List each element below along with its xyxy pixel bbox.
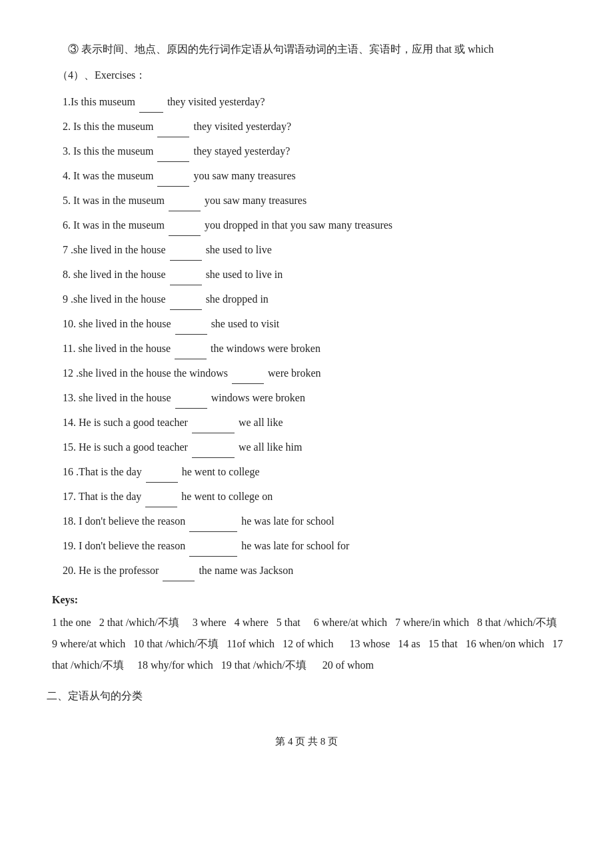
ex17-suffix: he went to college on <box>181 491 273 502</box>
ex1-suffix: they visited yesterday? <box>167 96 265 107</box>
ex1-prefix: 1.Is this museum <box>63 96 135 107</box>
ex19-prefix: 19. I don't believe the reason <box>63 540 185 551</box>
ex8-blank <box>170 263 202 285</box>
ex2-blank <box>157 115 189 137</box>
ex3-suffix: they stayed yesterday? <box>193 145 290 157</box>
exercise-item-15: 15. He is such a good teacher we all lik… <box>63 436 566 458</box>
keys-label: Keys: <box>52 591 566 610</box>
ex11-blank <box>175 337 207 359</box>
ex3-prefix: 3. Is this the museum <box>63 145 153 157</box>
exercise-item-18: 18. I don't believe the reason he was la… <box>63 510 566 532</box>
ex12-suffix: were broken <box>268 367 321 379</box>
ex12-blank <box>232 362 264 384</box>
ex9-prefix: 9 .she lived in the house <box>63 293 166 305</box>
ex8-suffix: she used to live in <box>206 269 283 280</box>
ex15-blank <box>192 436 235 458</box>
exercise-item-17: 17. That is the day he went to college o… <box>63 485 566 507</box>
exercises-section: （4）、Exercises： 1.Is this museum they vis… <box>47 66 566 581</box>
ex18-suffix: he was late for school <box>241 515 334 527</box>
ex14-prefix: 14. He is such a good teacher <box>63 417 188 428</box>
exercise-item-5: 5. It was in the museum you saw many tre… <box>63 189 566 211</box>
keys-line1: 1 the one 2 that /which/不填 3 where 4 whe… <box>52 612 566 676</box>
ex20-suffix: the name was Jackson <box>199 565 293 576</box>
ex19-blank <box>189 535 237 557</box>
ex13-blank <box>175 387 207 409</box>
ex13-prefix: 13. she lived in the house <box>63 392 171 403</box>
ex6-blank <box>169 214 201 236</box>
ex13-suffix: windows were broken <box>211 392 305 403</box>
exercise-item-2: 2. Is this the museum they visited yeste… <box>63 115 566 137</box>
ex16-prefix: 16 .That is the day <box>63 466 142 477</box>
ex19-suffix: he was late for school for <box>241 540 349 551</box>
exercises-title: （4）、Exercises： <box>57 66 566 85</box>
footer: 第 4 页 共 8 页 <box>47 733 566 751</box>
exercise-item-9: 9 .she lived in the house she dropped in <box>63 288 566 310</box>
exercise-item-12: 12 .she lived in the house the windows w… <box>63 362 566 384</box>
ex14-suffix: we all like <box>239 417 283 428</box>
ex10-prefix: 10. she lived in the house <box>63 318 171 329</box>
ex9-suffix: she dropped in <box>206 293 269 305</box>
ex10-blank <box>175 313 207 335</box>
ex18-blank <box>189 510 237 532</box>
exercise-item-19: 19. I don't believe the reason he was la… <box>63 535 566 557</box>
ex9-blank <box>170 288 202 310</box>
ex10-suffix: she used to visit <box>211 318 280 329</box>
ex12-prefix: 12 .she lived in the house the windows <box>63 367 228 379</box>
ex4-blank <box>157 165 189 187</box>
exercise-item-4: 4. It was the museum you saw many treasu… <box>63 165 566 187</box>
ex17-prefix: 17. That is the day <box>63 491 141 502</box>
ex16-suffix: he went to college <box>182 466 260 477</box>
ex18-prefix: 18. I don't believe the reason <box>63 515 185 527</box>
section-intro: ③ 表示时间、地点、原因的先行词作定语从句谓语动词的主语、宾语时，应用 that… <box>47 40 566 59</box>
ex2-prefix: 2. Is this the museum <box>63 121 153 132</box>
ex4-suffix: you saw many treasures <box>193 170 295 181</box>
ex4-prefix: 4. It was the museum <box>63 170 153 181</box>
exercise-item-13: 13. she lived in the house windows were … <box>63 387 566 409</box>
exercise-item-7: 7 .she lived in the house she used to li… <box>63 239 566 261</box>
ex6-prefix: 6. It was in the museum <box>63 219 165 231</box>
exercise-item-10: 10. she lived in the house she used to v… <box>63 313 566 335</box>
keys-content: 1 the one 2 that /which/不填 3 where 4 whe… <box>52 612 566 676</box>
ex5-suffix: you saw many treasures <box>205 195 306 206</box>
ex6-suffix: you dropped in that you saw many treasur… <box>205 219 392 231</box>
exercise-item-1: 1.Is this museum they visited yesterday? <box>63 91 566 113</box>
ex8-prefix: 8. she lived in the house <box>63 269 166 280</box>
exercise-list: 1.Is this museum they visited yesterday?… <box>63 91 566 581</box>
ex7-suffix: she used to live <box>206 244 272 255</box>
exercise-item-3: 3. Is this the museum they stayed yester… <box>63 140 566 162</box>
keys-section: Keys: 1 the one 2 that /which/不填 3 where… <box>52 591 566 677</box>
exercise-item-20: 20. He is the professor the name was Jac… <box>63 559 566 581</box>
ex14-blank <box>192 411 235 433</box>
ex3-blank <box>157 140 189 162</box>
ex17-blank <box>145 485 177 507</box>
exercise-item-11: 11. she lived in the house the windows w… <box>63 337 566 359</box>
exercise-item-6: 6. It was in the museum you dropped in t… <box>63 214 566 236</box>
ex11-suffix: the windows were broken <box>211 343 320 354</box>
ex2-suffix: they visited yesterday? <box>193 121 291 132</box>
exercise-item-16: 16 .That is the day he went to college <box>63 461 566 483</box>
footer-text: 第 4 页 共 8 页 <box>47 733 566 751</box>
exercise-item-8: 8. she lived in the house she used to li… <box>63 263 566 285</box>
ex20-prefix: 20. He is the professor <box>63 565 159 576</box>
ex11-prefix: 11. she lived in the house <box>63 343 171 354</box>
ex1-blank <box>139 91 163 113</box>
ex15-prefix: 15. He is such a good teacher <box>63 441 188 453</box>
ex7-prefix: 7 .she lived in the house <box>63 244 166 255</box>
exercise-item-14: 14. He is such a good teacher we all lik… <box>63 411 566 433</box>
ex7-blank <box>170 239 202 261</box>
section-two: 二、定语从句的分类 <box>47 687 566 706</box>
ex5-prefix: 5. It was in the museum <box>63 195 165 206</box>
ex16-blank <box>146 461 178 483</box>
ex5-blank <box>169 189 201 211</box>
ex15-suffix: we all like him <box>239 441 303 453</box>
ex20-blank <box>163 559 195 581</box>
